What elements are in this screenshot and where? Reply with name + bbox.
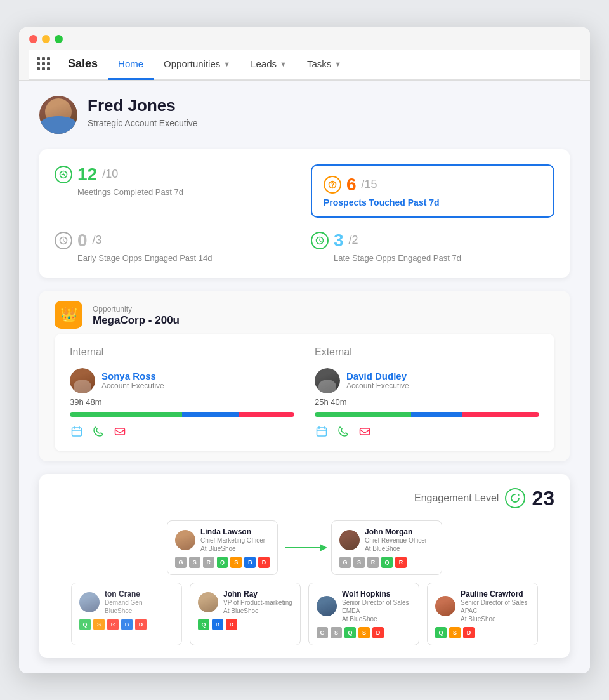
stat-denom-meetings: /10 — [102, 168, 118, 181]
nav-item-opportunities[interactable]: Opportunities ▼ — [154, 50, 240, 78]
badge-g1: G — [339, 557, 351, 568]
stat-icon-early — [55, 232, 72, 249]
stats-grid: 12 /10 Meetings Completed Past 7d 6 /15 … — [55, 164, 554, 263]
external-col: External David Dudley Account Executive … — [315, 347, 539, 439]
profile-section: Fred Jones Strategic Account Executive — [39, 96, 570, 134]
app-grid-icon[interactable] — [34, 52, 53, 76]
john-morgan-title: Chief Revenue OfficerAt BlueShoe — [365, 536, 427, 553]
org-chart: Linda Lawson Chief Marketing OfficerAt B… — [55, 520, 554, 645]
stat-prospects[interactable]: 6 /15 Prospects Touched Past 7d — [311, 164, 554, 218]
calendar-icon-ext[interactable] — [315, 425, 329, 439]
pauline-avatar — [435, 596, 455, 616]
org-card-wolf[interactable]: Wolf Hopkins Senior Director of Sales EM… — [308, 583, 419, 645]
svg-rect-8 — [360, 428, 370, 435]
main-content: Fred Jones Strategic Account Executive 1… — [19, 81, 590, 673]
profile-name: Fred Jones — [88, 96, 198, 116]
internal-person-row: Sonya Ross Account Executive — [70, 368, 294, 393]
john-ray-title: VP of Product-marketingAt BlueShoe — [223, 598, 292, 615]
stat-denom-early: /3 — [93, 234, 102, 247]
external-person-row: David Dudley Account Executive — [315, 368, 539, 393]
stat-meetings: 12 /10 Meetings Completed Past 7d — [55, 164, 298, 218]
mail-icon[interactable] — [113, 425, 127, 439]
badge-grn: Q — [381, 557, 393, 568]
engagement-label: Engagement Level — [414, 492, 499, 504]
org-card-john-ray[interactable]: John Ray VP of Product-marketingAt BlueS… — [190, 583, 301, 645]
badge-g3: R — [367, 557, 379, 568]
phone-icon[interactable] — [91, 425, 105, 439]
stat-icon-prospects — [324, 176, 341, 194]
badge-g2: S — [353, 557, 365, 568]
david-role: Account Executive — [346, 381, 409, 390]
david-avatar — [315, 368, 340, 393]
calendar-icon[interactable] — [70, 425, 84, 439]
badge-rd: R — [395, 557, 407, 568]
john-morgan-avatar — [339, 530, 360, 550]
wolf-badges: G S Q S D — [317, 627, 411, 638]
opp-tag: Opportunity — [93, 305, 132, 314]
john-ray-badges: Q B D — [198, 619, 292, 630]
internal-action-icons — [70, 425, 294, 439]
org-row-top: Linda Lawson Chief Marketing OfficerAt B… — [55, 520, 554, 575]
org-card-ton[interactable]: ton Crane Demand GenBlueShoe Q S R B D — [71, 583, 182, 645]
org-card-linda[interactable]: Linda Lawson Chief Marketing OfficerAt B… — [167, 520, 278, 575]
profile-info: Fred Jones Strategic Account Executive — [88, 96, 198, 128]
engagement-value: 23 — [532, 487, 554, 510]
nav-bar: Sales Home Opportunities ▼ Leads ▼ Tasks… — [29, 50, 580, 80]
pb-pink — [239, 412, 295, 417]
stat-num-prospects: 6 — [346, 175, 357, 195]
linda-title: Chief Marketing OfficerAt BlueShoe — [200, 536, 265, 553]
nav-logo: Sales — [63, 50, 103, 78]
org-card-john-morgan[interactable]: John Morgan Chief Revenue OfficerAt Blue… — [331, 520, 442, 575]
avatar-body — [39, 116, 77, 134]
external-label: External — [315, 347, 539, 358]
pauline-badges: Q S D — [435, 627, 530, 638]
john-morgan-badges: G S R Q R — [339, 557, 434, 568]
david-name: David Dudley — [346, 371, 409, 381]
badge-gray2: S — [189, 557, 200, 568]
dot-maximize[interactable] — [55, 35, 63, 43]
john-ray-avatar — [198, 592, 218, 612]
avatar — [39, 96, 77, 134]
opp-header: 👑 Opportunity MegaCorp - 200u — [55, 301, 554, 329]
browser-chrome: Sales Home Opportunities ▼ Leads ▼ Tasks… — [19, 27, 590, 81]
dot-minimize[interactable] — [42, 35, 50, 43]
john-ray-name: John Ray — [223, 590, 292, 598]
stat-num-early: 0 — [77, 230, 88, 251]
dot-close[interactable] — [29, 35, 37, 43]
svg-rect-6 — [115, 428, 125, 435]
internal-progress-bar — [70, 412, 294, 417]
svg-point-2 — [332, 187, 333, 188]
ton-name: ton Crane — [105, 590, 142, 598]
phone-icon-ext[interactable] — [336, 425, 350, 439]
stats-card: 12 /10 Meetings Completed Past 7d 6 /15 … — [39, 149, 570, 278]
stat-early-stage: 0 /3 Early Stage Opps Engaged Past 14d — [55, 230, 298, 263]
ton-badges: Q S R B D — [79, 619, 174, 630]
stat-label-early: Early Stage Opps Engaged Past 14d — [77, 253, 298, 263]
svg-rect-7 — [317, 428, 327, 436]
stat-label-late: Late Stage Opps Engaged Past 7d — [334, 253, 554, 263]
john-morgan-name: John Morgan — [365, 527, 427, 536]
stat-label-meetings: Meetings Completed Past 7d — [77, 187, 298, 197]
pb-green — [70, 412, 182, 417]
nav-item-leads[interactable]: Leads ▼ — [240, 50, 297, 78]
org-row-bottom: ton Crane Demand GenBlueShoe Q S R B D — [55, 583, 554, 645]
stat-icon-meetings — [55, 166, 72, 183]
engagement-icon — [505, 488, 525, 508]
nav-item-home[interactable]: Home — [108, 50, 154, 80]
engagement-header: Engagement Level 23 — [55, 487, 554, 510]
ton-title: Demand GenBlueShoe — [105, 598, 142, 615]
badge-green: Q — [217, 557, 228, 568]
engagement-section: Engagement Level 23 Linda Lawson — [39, 474, 570, 658]
pb-blue — [182, 412, 239, 417]
nav-item-tasks[interactable]: Tasks ▼ — [297, 50, 351, 78]
stat-late-stage: 3 /2 Late Stage Opps Engaged Past 7d — [311, 230, 554, 263]
badge-gray: G — [175, 557, 187, 568]
internal-label: Internal — [70, 347, 294, 358]
external-action-icons — [315, 425, 539, 439]
org-card-pauline[interactable]: Pauline Crawford Senior Director of Sale… — [427, 583, 538, 645]
mail-icon-ext[interactable] — [358, 425, 372, 439]
david-time: 25h 40m — [315, 397, 539, 407]
stat-label-prospects: Prospects Touched Past 7d — [324, 197, 542, 208]
ton-avatar — [79, 592, 100, 612]
svg-rect-5 — [72, 428, 82, 436]
